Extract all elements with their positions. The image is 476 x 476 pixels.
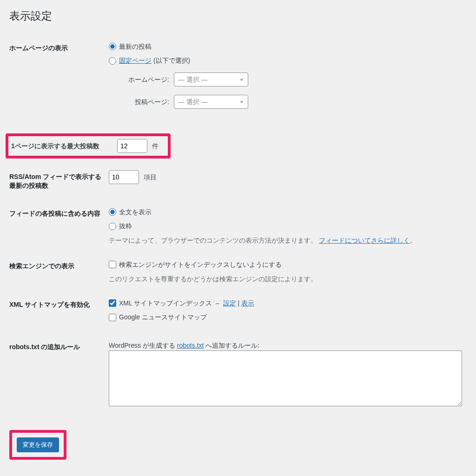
postspage-select-label: 投稿ページ: [118,97,169,107]
robots-desc: WordPress が生成する robots.txt へ追加するルール: [109,340,462,350]
homepage-select-label: ホームページ: [118,74,169,85]
checkbox-discourage-search-label: 検索エンジンがサイトをインデックスしないようにする [119,259,282,270]
posts-per-page-unit: 件 [152,142,159,150]
homepage-display-label: ホームページの表示 [9,34,109,124]
robots-rules-textarea[interactable] [109,350,462,406]
radio-homepage-latest[interactable] [109,43,116,50]
save-button[interactable]: 変更を保存 [17,437,59,452]
checkbox-sitemap-index[interactable] [109,299,116,307]
postspage-select[interactable]: — 選択 — [174,95,248,109]
checkbox-google-news-sitemap-label: Google ニュースサイトマップ [119,312,207,322]
radio-feed-excerpt-label: 抜粋 [119,221,132,231]
page-title: 表示設定 [9,5,467,25]
radio-feed-excerpt[interactable] [109,223,116,230]
feed-content-note: テーマによって、ブラウザーでのコンテンツの表示方法が決まります。 フィードについ… [109,235,462,245]
search-engine-label: 検索エンジンでの表示 [9,252,109,291]
static-page-suffix: (以下で選択) [152,57,190,64]
radio-homepage-static[interactable] [109,57,116,65]
radio-feed-full[interactable] [109,208,116,216]
checkbox-google-news-sitemap[interactable] [109,314,116,321]
robots-label: robots.txt の追加ルール [9,333,109,416]
sitemap-view-link[interactable]: 表示 [241,299,254,307]
checkbox-sitemap-index-label: XML サイトマップインデックス – 設定 | 表示 [119,298,254,308]
save-highlight: 変更を保存 [9,430,66,460]
xml-sitemap-label: XML サイトマップを有効化 [9,291,109,333]
posts-per-page-input[interactable] [117,139,147,153]
search-engine-note: このリクエストを尊重するかどうかは検索エンジンの設定によります。 [109,274,462,284]
static-page-link[interactable]: 固定ページ [119,57,152,64]
rss-count-unit: 項目 [144,173,157,181]
rss-count-label: RSS/Atom フィードで表示する最新の投稿数 [9,163,109,200]
feed-learn-more-link[interactable]: フィードについてさらに詳しく [319,237,410,244]
radio-feed-full-label: 全文を表示 [119,207,152,217]
robots-txt-link[interactable]: robots.txt [177,342,204,349]
checkbox-discourage-search[interactable] [109,261,116,268]
feed-content-label: フィードの各投稿に含める内容 [9,200,109,252]
homepage-select[interactable]: — 選択 — [174,73,248,86]
radio-homepage-static-label: 固定ページ (以下で選択) [119,55,190,66]
radio-homepage-latest-label: 最新の投稿 [119,41,152,52]
rss-count-input[interactable] [109,170,139,184]
posts-per-page-label: 1ページに表示する最大投稿数 [8,141,117,151]
sitemap-settings-link[interactable]: 設定 [223,299,236,307]
